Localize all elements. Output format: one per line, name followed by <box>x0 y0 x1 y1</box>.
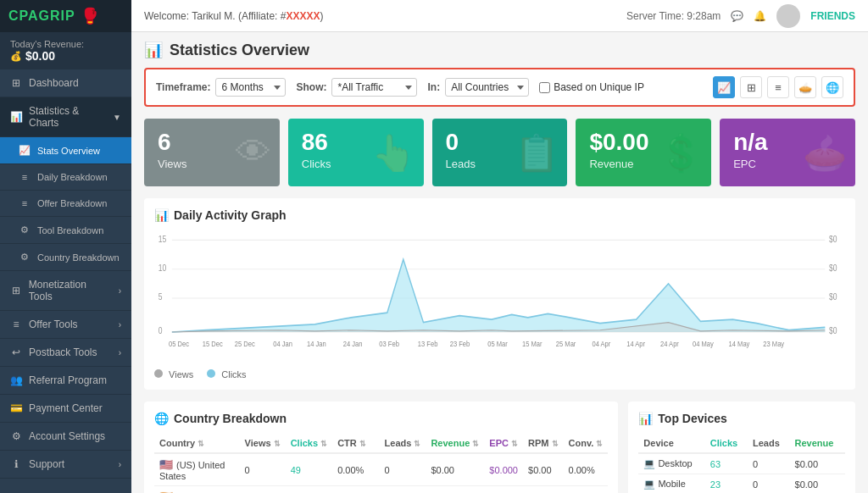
stats-overview-icon: 📈 <box>19 145 31 156</box>
in-label: In: <box>427 81 440 93</box>
page-title-icon: 📊 <box>144 41 163 59</box>
sidebar-item-stats-overview[interactable]: 📈 Stats Overview <box>0 137 131 164</box>
col-epc[interactable]: EPC ⇅ <box>484 434 523 453</box>
country-cell: 🇺🇸(US) United States <box>154 453 240 486</box>
sidebar-item-payment-center[interactable]: 💳 Payment Center <box>0 395 131 423</box>
conv-cell: 0.00% <box>564 486 609 494</box>
clicks-cell: 49 <box>286 453 332 486</box>
col-device: Device <box>638 434 704 453</box>
sidebar-item-account-settings[interactable]: ⚙ Account Settings <box>0 423 131 451</box>
clicks-cell: 20 <box>286 486 332 494</box>
chevron-right-icon3: › <box>119 348 121 357</box>
sidebar-item-postback-tools[interactable]: ↩ Postback Tools › <box>0 339 131 367</box>
country-table-header: Country ⇅ Views ⇅ Clicks ⇅ CTR ⇅ Leads ⇅… <box>154 434 608 453</box>
svg-text:15: 15 <box>159 234 166 244</box>
globe-btn[interactable]: 🌐 <box>821 76 843 98</box>
stat-card-views: 6 Views 👁 <box>144 119 280 186</box>
svg-text:23 May: 23 May <box>763 339 785 348</box>
bottom-grid: 🌐 Country Breakdown Country ⇅ Views ⇅ Cl… <box>144 402 855 493</box>
col-clicks[interactable]: Clicks ⇅ <box>286 434 332 453</box>
col-revenue[interactable]: Revenue ⇅ <box>426 434 484 453</box>
unique-ip-label[interactable]: Based on Unique IP <box>554 81 644 93</box>
filter-bar: Timeframe: 6 Months Today Yesterday 7 Da… <box>144 68 855 107</box>
support-icon: ℹ <box>10 458 22 470</box>
col-device-revenue: Revenue <box>790 434 845 453</box>
pie-chart-btn[interactable]: 🥧 <box>794 76 816 98</box>
table-row: 💻 Mobile 23 0 $0.00 <box>638 474 845 494</box>
avatar[interactable] <box>776 4 800 28</box>
list-chart-btn[interactable]: ≡ <box>767 76 789 98</box>
bell-icon[interactable]: 🔔 <box>754 10 766 22</box>
svg-text:$0: $0 <box>829 234 837 244</box>
sidebar-item-offer-tools[interactable]: ≡ Offer Tools › <box>0 311 131 339</box>
timeframe-select[interactable]: 6 Months Today Yesterday 7 Days 1 Month … <box>215 78 286 97</box>
rpm-cell: $0.00 <box>523 486 564 494</box>
sidebar-item-tool-breakdown[interactable]: ⚙ Tool Breakdown <box>0 217 131 244</box>
offer-icon: ≡ <box>19 198 31 208</box>
stat-cards: 6 Views 👁 86 Clicks 👆 0 Leads 📋 $0.00 Re… <box>144 119 855 186</box>
tool-icon: ⚙ <box>19 224 31 235</box>
grid-chart-btn[interactable]: ⊞ <box>740 76 762 98</box>
sidebar-item-country-breakdown[interactable]: ⚙ Country Breakdown <box>0 244 131 271</box>
svg-text:24 Jan: 24 Jan <box>343 339 363 348</box>
unique-ip-group: Based on Unique IP <box>539 81 644 93</box>
epc-pie-icon: 🥧 <box>803 132 847 174</box>
unique-ip-checkbox[interactable] <box>539 82 550 93</box>
svg-text:10: 10 <box>159 263 166 273</box>
devices-table-body: 💻 Desktop 63 0 $0.00 💻 Mobile 23 0 $0.00 <box>638 453 845 493</box>
svg-text:0: 0 <box>159 325 163 335</box>
offer-tools-icon: ≡ <box>10 319 22 330</box>
content-area: 📊 Statistics Overview Timeframe: 6 Month… <box>131 32 868 493</box>
col-rpm[interactable]: RPM ⇅ <box>523 434 564 453</box>
show-select[interactable]: *All Traffic Direct Traffic Locked Traff… <box>331 78 417 97</box>
stat-card-clicks: 86 Clicks 👆 <box>288 119 424 186</box>
in-select[interactable]: All Countries United States India German… <box>445 78 529 97</box>
stat-card-leads: 0 Leads 📋 <box>432 119 568 186</box>
topbar-welcome: Welcome: Tarikul M. (Affiliate: #XXXXX) <box>144 10 323 22</box>
svg-text:05 Dec: 05 Dec <box>169 339 189 348</box>
device-clicks-cell: 63 <box>705 453 748 474</box>
sidebar-item-daily-breakdown[interactable]: ≡ Daily Breakdown <box>0 164 131 191</box>
svg-text:$0: $0 <box>829 325 837 335</box>
chevron-right-icon4: › <box>119 460 121 469</box>
sidebar-item-offer-breakdown[interactable]: ≡ Offer Breakdown <box>0 191 131 217</box>
daily-icon: ≡ <box>19 172 31 182</box>
sidebar-item-dashboard[interactable]: ⊞ Dashboard <box>0 69 131 97</box>
referral-icon: 👥 <box>10 374 22 386</box>
svg-text:05 Mar: 05 Mar <box>487 339 508 348</box>
svg-text:04 May: 04 May <box>693 339 715 348</box>
revenue-cell: $0.00 <box>426 486 484 494</box>
line-chart-btn[interactable]: 📈 <box>713 76 735 98</box>
main-content: Welcome: Tarikul M. (Affiliate: #XXXXX) … <box>131 0 868 493</box>
sidebar-item-monetization-tools[interactable]: ⊞ Monetization Tools › <box>0 271 131 311</box>
clicks-legend: Clicks <box>207 369 246 379</box>
sidebar-item-referral-program[interactable]: 👥 Referral Program <box>0 367 131 395</box>
col-conv[interactable]: Conv. ⇅ <box>564 434 609 453</box>
timeframe-label: Timeframe: <box>156 81 210 93</box>
revenue-label: Today's Revenue: <box>10 39 121 49</box>
col-ctr[interactable]: CTR ⇅ <box>332 434 379 453</box>
country-table: Country ⇅ Views ⇅ Clicks ⇅ CTR ⇅ Leads ⇅… <box>154 434 608 493</box>
svg-text:5: 5 <box>159 291 163 302</box>
svg-text:$0: $0 <box>829 291 837 302</box>
chat-icon[interactable]: 💬 <box>731 10 743 22</box>
devices-icon: 📊 <box>638 412 653 425</box>
stat-card-epc: n/a EPC 🥧 <box>720 119 855 186</box>
col-leads[interactable]: Leads ⇅ <box>380 434 426 453</box>
views-cell: 5 <box>240 486 286 494</box>
country-breakdown-section: 🌐 Country Breakdown Country ⇅ Views ⇅ Cl… <box>144 402 618 493</box>
devices-header: Device Clicks Leads Revenue <box>638 434 845 453</box>
show-group: Show: *All Traffic Direct Traffic Locked… <box>296 78 417 97</box>
col-views[interactable]: Views ⇅ <box>240 434 286 453</box>
svg-text:13 Feb: 13 Feb <box>418 339 438 348</box>
table-row: 💻 Desktop 63 0 $0.00 <box>638 453 845 474</box>
col-country[interactable]: Country ⇅ <box>154 434 240 453</box>
sidebar-item-statistics-charts[interactable]: 📊 Statistics & Charts ▼ <box>0 97 131 137</box>
server-time: Server Time: 9:28am <box>626 10 721 22</box>
sidebar-item-support[interactable]: ℹ Support › <box>0 451 131 479</box>
globe-icon: 🌐 <box>154 412 169 425</box>
svg-text:04 Jan: 04 Jan <box>273 339 292 348</box>
ctr-cell: 0.00% <box>332 453 379 486</box>
ctr-cell: 400.00% <box>332 486 379 494</box>
rpm-cell: $0.00 <box>523 453 564 486</box>
